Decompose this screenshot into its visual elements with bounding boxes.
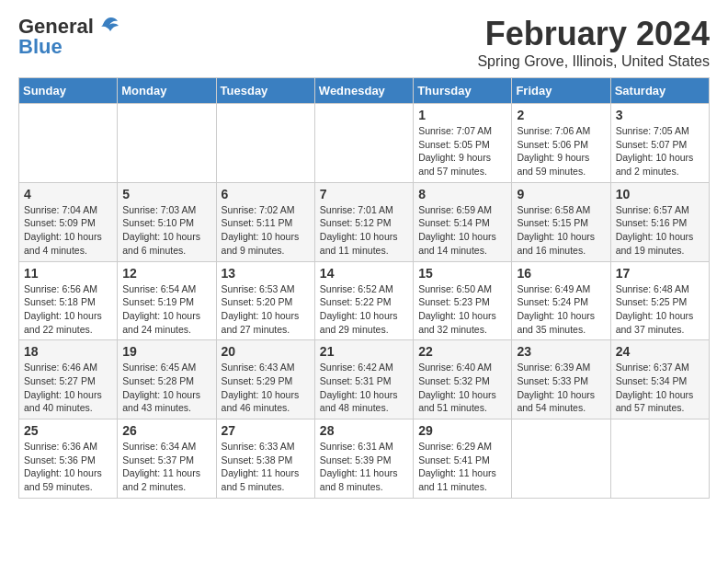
calendar-cell: 27Sunrise: 6:33 AM Sunset: 5:38 PM Dayli… [216,419,314,499]
day-info: Sunrise: 7:04 AM Sunset: 5:09 PM Dayligh… [24,203,112,258]
day-number: 17 [616,266,704,281]
day-number: 22 [418,344,506,359]
calendar-row-0: 1Sunrise: 7:07 AM Sunset: 5:05 PM Daylig… [19,104,710,183]
day-info: Sunrise: 6:37 AM Sunset: 5:34 PM Dayligh… [616,361,704,415]
calendar-cell: 15Sunrise: 6:50 AM Sunset: 5:23 PM Dayli… [414,261,512,340]
calendar-row-2: 11Sunrise: 6:56 AM Sunset: 5:18 PM Dayli… [19,261,710,340]
logo: General Blue [18,15,119,59]
day-number: 4 [24,187,112,201]
logo-bird-icon [96,17,119,37]
day-info: Sunrise: 6:49 AM Sunset: 5:24 PM Dayligh… [517,282,605,337]
day-number: 21 [320,344,408,359]
header-thursday: Thursday [414,78,512,104]
calendar-row-3: 18Sunrise: 6:46 AM Sunset: 5:27 PM Dayli… [19,340,710,419]
day-number: 12 [122,266,210,281]
calendar-cell: 18Sunrise: 6:46 AM Sunset: 5:27 PM Dayli… [19,340,118,419]
day-info: Sunrise: 6:53 AM Sunset: 5:20 PM Dayligh… [222,282,310,337]
day-number: 6 [222,187,310,201]
calendar-cell: 4Sunrise: 7:04 AM Sunset: 5:09 PM Daylig… [19,182,118,261]
day-number: 16 [517,266,605,281]
calendar-cell: 26Sunrise: 6:34 AM Sunset: 5:37 PM Dayli… [118,419,216,499]
calendar-cell: 9Sunrise: 6:58 AM Sunset: 5:15 PM Daylig… [512,182,610,261]
day-info: Sunrise: 6:54 AM Sunset: 5:19 PM Dayligh… [122,282,210,337]
day-info: Sunrise: 6:48 AM Sunset: 5:25 PM Dayligh… [616,282,704,337]
day-info: Sunrise: 7:01 AM Sunset: 5:12 PM Dayligh… [320,203,408,258]
calendar-cell: 1Sunrise: 7:07 AM Sunset: 5:05 PM Daylig… [414,104,512,183]
calendar-cell: 25Sunrise: 6:36 AM Sunset: 5:36 PM Dayli… [19,419,118,499]
day-info: Sunrise: 6:29 AM Sunset: 5:41 PM Dayligh… [418,440,506,494]
calendar-cell: 24Sunrise: 6:37 AM Sunset: 5:34 PM Dayli… [610,340,709,419]
calendar-cell: 10Sunrise: 6:57 AM Sunset: 5:16 PM Dayli… [610,182,709,261]
header: General Blue February 2024 Spring Grove,… [18,15,710,70]
day-number: 18 [24,344,112,359]
header-friday: Friday [512,78,610,104]
calendar-row-1: 4Sunrise: 7:04 AM Sunset: 5:09 PM Daylig… [19,182,710,261]
calendar-cell: 6Sunrise: 7:02 AM Sunset: 5:11 PM Daylig… [216,182,314,261]
day-number: 3 [616,108,704,122]
calendar-cell: 11Sunrise: 6:56 AM Sunset: 5:18 PM Dayli… [19,261,118,340]
header-saturday: Saturday [610,78,709,104]
day-info: Sunrise: 6:56 AM Sunset: 5:18 PM Dayligh… [24,282,112,337]
calendar-cell: 8Sunrise: 6:59 AM Sunset: 5:14 PM Daylig… [414,182,512,261]
calendar-cell: 12Sunrise: 6:54 AM Sunset: 5:19 PM Dayli… [118,261,216,340]
location-title: Spring Grove, Illinois, United States [477,53,710,70]
calendar-cell [216,104,314,183]
calendar-cell: 7Sunrise: 7:01 AM Sunset: 5:12 PM Daylig… [314,182,413,261]
calendar-cell: 2Sunrise: 7:06 AM Sunset: 5:06 PM Daylig… [512,104,610,183]
calendar-cell: 3Sunrise: 7:05 AM Sunset: 5:07 PM Daylig… [610,104,709,183]
day-number: 7 [320,187,408,201]
calendar-cell [314,104,413,183]
day-number: 25 [24,423,112,438]
day-number: 19 [122,344,210,359]
calendar-cell: 21Sunrise: 6:42 AM Sunset: 5:31 PM Dayli… [314,340,413,419]
calendar-cell [512,419,610,499]
day-number: 13 [222,266,310,281]
day-number: 27 [222,423,310,438]
day-number: 29 [418,423,506,438]
day-info: Sunrise: 6:50 AM Sunset: 5:23 PM Dayligh… [418,282,506,337]
calendar-cell: 28Sunrise: 6:31 AM Sunset: 5:39 PM Dayli… [314,419,413,499]
calendar-cell: 29Sunrise: 6:29 AM Sunset: 5:41 PM Dayli… [414,419,512,499]
day-number: 10 [616,187,704,201]
calendar-cell: 14Sunrise: 6:52 AM Sunset: 5:22 PM Dayli… [314,261,413,340]
day-number: 11 [24,266,112,281]
calendar-cell: 16Sunrise: 6:49 AM Sunset: 5:24 PM Dayli… [512,261,610,340]
day-info: Sunrise: 7:02 AM Sunset: 5:11 PM Dayligh… [222,203,310,258]
day-info: Sunrise: 6:40 AM Sunset: 5:32 PM Dayligh… [418,361,506,415]
day-number: 2 [517,108,605,122]
day-info: Sunrise: 6:42 AM Sunset: 5:31 PM Dayligh… [320,361,408,415]
title-area: February 2024 Spring Grove, Illinois, Un… [477,15,710,70]
day-info: Sunrise: 6:57 AM Sunset: 5:16 PM Dayligh… [616,203,704,258]
calendar-cell: 19Sunrise: 6:45 AM Sunset: 5:28 PM Dayli… [118,340,216,419]
day-info: Sunrise: 6:43 AM Sunset: 5:29 PM Dayligh… [222,361,310,415]
day-info: Sunrise: 7:07 AM Sunset: 5:05 PM Dayligh… [418,124,506,178]
day-info: Sunrise: 7:03 AM Sunset: 5:10 PM Dayligh… [122,203,210,258]
day-number: 14 [320,266,408,281]
header-tuesday: Tuesday [216,78,314,104]
calendar-cell: 22Sunrise: 6:40 AM Sunset: 5:32 PM Dayli… [414,340,512,419]
calendar-header: Sunday Monday Tuesday Wednesday Thursday… [19,78,710,104]
day-info: Sunrise: 6:34 AM Sunset: 5:37 PM Dayligh… [122,440,210,494]
day-number: 23 [517,344,605,359]
day-number: 8 [418,187,506,201]
header-sunday: Sunday [19,78,118,104]
day-number: 20 [222,344,310,359]
calendar-cell [118,104,216,183]
header-monday: Monday [118,78,216,104]
day-number: 26 [122,423,210,438]
day-info: Sunrise: 7:05 AM Sunset: 5:07 PM Dayligh… [616,124,704,178]
day-info: Sunrise: 6:33 AM Sunset: 5:38 PM Dayligh… [222,440,310,494]
calendar-row-4: 25Sunrise: 6:36 AM Sunset: 5:36 PM Dayli… [19,419,710,499]
day-number: 15 [418,266,506,281]
day-info: Sunrise: 6:36 AM Sunset: 5:36 PM Dayligh… [24,440,112,494]
day-info: Sunrise: 7:06 AM Sunset: 5:06 PM Dayligh… [517,124,605,178]
calendar-cell [610,419,709,499]
day-number: 9 [517,187,605,201]
header-wednesday: Wednesday [314,78,413,104]
day-info: Sunrise: 6:31 AM Sunset: 5:39 PM Dayligh… [320,440,408,494]
calendar-cell: 5Sunrise: 7:03 AM Sunset: 5:10 PM Daylig… [118,182,216,261]
day-info: Sunrise: 6:45 AM Sunset: 5:28 PM Dayligh… [122,361,210,415]
header-row: Sunday Monday Tuesday Wednesday Thursday… [19,78,710,104]
calendar-cell: 23Sunrise: 6:39 AM Sunset: 5:33 PM Dayli… [512,340,610,419]
day-number: 28 [320,423,408,438]
